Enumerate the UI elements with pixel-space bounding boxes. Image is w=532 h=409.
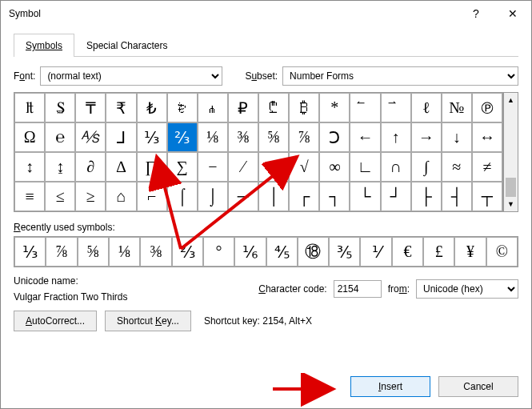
recent-symbol-cell[interactable]: € xyxy=(392,237,423,267)
symbol-cell[interactable]: ↔ xyxy=(472,122,502,152)
recent-symbol-cell[interactable]: ⅜ xyxy=(140,237,171,267)
symbol-cell[interactable]: ₾ xyxy=(258,93,289,122)
tab-symbols[interactable]: Symbols xyxy=(14,34,74,57)
symbol-cell[interactable]: │ xyxy=(258,182,289,211)
symbol-cell[interactable]: ↕ xyxy=(14,152,45,182)
symbol-cell[interactable]: ⌂ xyxy=(106,182,136,211)
symbol-cell[interactable]: ⅛ xyxy=(198,122,228,152)
scroll-thumb[interactable] xyxy=(506,178,516,197)
symbol-cell[interactable]: ⅍ xyxy=(75,122,106,152)
unicode-name-value: Vulgar Fraction Two Thirds xyxy=(14,291,252,303)
insert-button[interactable]: Insert xyxy=(350,376,430,397)
grid-scrollbar[interactable]: ▲ ▼ xyxy=(503,93,518,211)
scroll-up-icon[interactable]: ▲ xyxy=(504,93,518,107)
symbol-cell[interactable]: ℗ xyxy=(472,93,502,122)
symbol-cell[interactable]: ∙ xyxy=(258,152,289,182)
symbol-cell[interactable]: ⅜ xyxy=(228,122,258,152)
symbol-cell[interactable]: ↨ xyxy=(45,152,75,182)
recent-symbol-cell[interactable]: ⅞ xyxy=(46,237,77,267)
symbol-cell[interactable]: ─ xyxy=(228,182,258,211)
cancel-button[interactable]: Cancel xyxy=(438,376,518,397)
tab-special-characters[interactable]: Special Characters xyxy=(74,34,179,57)
symbol-cell[interactable]: ↑ xyxy=(381,122,411,152)
symbol-cell[interactable]: √ xyxy=(289,152,319,182)
scroll-down-icon[interactable]: ▼ xyxy=(504,197,518,211)
recent-symbol-cell[interactable]: ⅝ xyxy=(78,237,109,267)
symbol-cell[interactable]: ↓ xyxy=(442,122,472,152)
recent-symbols-grid[interactable]: ⅓⅞⅝⅛⅜⅔°⅙⅘⑱⅗⅟€£¥© xyxy=(14,236,518,267)
symbol-cell[interactable]: № xyxy=(442,93,472,122)
symbol-cell[interactable]: ≈ xyxy=(442,152,472,182)
symbol-cell[interactable]: ⅓ xyxy=(137,122,167,152)
recent-symbol-cell[interactable]: ⅙ xyxy=(234,237,266,267)
symbol-cell[interactable]: ₺ xyxy=(137,93,167,122)
symbol-cell[interactable]: ∆ xyxy=(106,152,136,182)
recent-symbol-cell[interactable]: ⅗ xyxy=(329,237,360,267)
symbol-cell[interactable]: ∩ xyxy=(381,152,411,182)
close-button[interactable]: ✕ xyxy=(494,1,531,26)
symbol-cell[interactable]: ≠ xyxy=(472,152,502,182)
help-button[interactable]: ? xyxy=(458,1,494,26)
symbol-cell[interactable]: ≡ xyxy=(14,182,45,211)
char-code-input[interactable] xyxy=(334,280,382,298)
symbol-cell[interactable]: ⅃ xyxy=(106,122,136,152)
symbol-cell[interactable]: ₸ xyxy=(75,93,106,122)
symbol-cell[interactable]: ₿ xyxy=(289,93,319,122)
symbol-cell[interactable]: ⅔ xyxy=(167,122,198,152)
symbol-cell[interactable]: ≤ xyxy=(45,182,75,211)
recent-symbol-cell[interactable]: ⅟ xyxy=(360,237,391,267)
symbol-cell[interactable]: ⃑ xyxy=(381,93,411,122)
symbol-cell[interactable]: ≥ xyxy=(75,182,106,211)
recent-symbol-cell[interactable]: ⑱ xyxy=(298,237,329,267)
symbol-cell[interactable]: ← xyxy=(350,122,380,152)
symbol-cell[interactable]: ┤ xyxy=(442,182,472,211)
symbol-cell[interactable]: Ↄ xyxy=(319,122,350,152)
symbol-cell[interactable]: − xyxy=(198,152,228,182)
symbol-cell[interactable]: ₼ xyxy=(198,93,228,122)
symbol-cell[interactable]: ┐ xyxy=(319,182,350,211)
recent-symbol-cell[interactable]: ⅔ xyxy=(172,237,203,267)
recent-symbol-cell[interactable]: ¥ xyxy=(454,237,486,267)
symbol-cell[interactable]: → xyxy=(411,122,442,152)
subset-combo[interactable]: Number Forms xyxy=(282,66,518,86)
recent-symbol-cell[interactable]: ⅓ xyxy=(14,237,46,267)
symbol-cell[interactable]: ℮ xyxy=(45,122,75,152)
shortcut-key-button[interactable]: Shortcut Key... xyxy=(105,311,191,331)
symbol-cell[interactable]: ∑ xyxy=(167,152,198,182)
symbol-cell[interactable]: ℓ xyxy=(411,93,442,122)
symbol-cell[interactable]: ⌡ xyxy=(198,182,228,211)
symbol-cell[interactable]: ∫ xyxy=(411,152,442,182)
symbol-cell[interactable]: ∞ xyxy=(319,152,350,182)
symbol-cell[interactable]: └ xyxy=(350,182,380,211)
symbol-cell[interactable]: ⅞ xyxy=(289,122,319,152)
autocorrect-button[interactable]: AutoCorrect... xyxy=(14,311,97,331)
symbol-cell[interactable]: ┬ xyxy=(472,182,502,211)
symbol-cell[interactable]: ∕ xyxy=(228,152,258,182)
recent-symbol-cell[interactable]: © xyxy=(486,237,518,267)
from-combo[interactable]: Unicode (hex) xyxy=(416,279,518,299)
symbol-cell[interactable]: ₽ xyxy=(228,93,258,122)
symbol-cell[interactable]: ⅝ xyxy=(258,122,289,152)
symbol-cell[interactable]: ⌠ xyxy=(167,182,198,211)
recent-symbol-cell[interactable]: ⅘ xyxy=(266,237,298,267)
font-combo[interactable]: (normal text) xyxy=(40,66,222,86)
symbol-cell[interactable]: ₷ xyxy=(45,93,75,122)
symbol-cell[interactable]: * xyxy=(319,93,350,122)
recent-symbol-cell[interactable]: ° xyxy=(203,237,234,267)
symbol-cell[interactable]: ┌ xyxy=(289,182,319,211)
symbol-cell[interactable]: ├ xyxy=(411,182,442,211)
symbol-cell[interactable]: Ω xyxy=(14,122,45,152)
symbol-cell[interactable]: ∟ xyxy=(350,152,380,182)
symbol-cell[interactable]: ┘ xyxy=(381,182,411,211)
symbol-cell[interactable]: ₶ xyxy=(14,93,45,122)
symbol-cell[interactable]: ₹ xyxy=(106,93,136,122)
recent-symbol-cell[interactable]: ⅛ xyxy=(109,237,140,267)
symbol-cell[interactable]: ⌐ xyxy=(137,182,167,211)
symbol-cell[interactable]: ₻ xyxy=(167,93,198,122)
recent-symbol-cell[interactable]: £ xyxy=(423,237,454,267)
symbol-cell[interactable]: ∂ xyxy=(75,152,106,182)
symbol-cell[interactable]: ∏ xyxy=(137,152,167,182)
symbol-cell[interactable]: ⃐ xyxy=(350,93,380,122)
scroll-track[interactable] xyxy=(504,107,518,197)
symbol-grid[interactable]: ₶₷₸₹₺₻₼₽₾₿*⃐⃑ℓ№℗Ω℮⅍⅃⅓⅔⅛⅜⅝⅞Ↄ←↑→↓↔↕↨∂∆∏∑−∕… xyxy=(14,93,503,211)
